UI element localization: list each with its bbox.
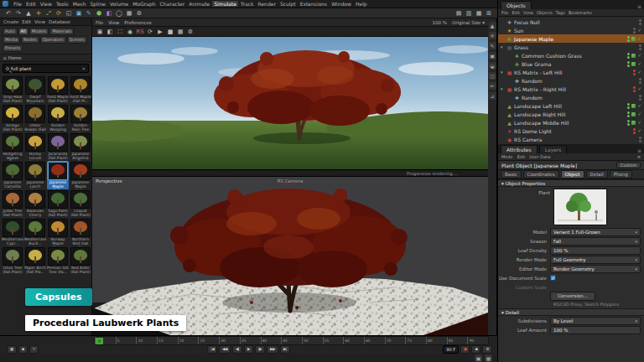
timeline-ruler[interactable]: 0 051015202530354045505560657075808590 [94, 336, 489, 345]
stop-ipr-icon[interactable]: ■ [165, 28, 175, 36]
play-ipr-icon[interactable]: ▶ [155, 28, 165, 36]
visibility-dots[interactable] [633, 128, 636, 134]
dropdown-field[interactable]: Fall▾ [550, 237, 641, 246]
object-row[interactable]: ▾▦RS Matrix - Right Hill✓ [498, 85, 644, 93]
attr-menu-icon[interactable]: ≡ [637, 154, 641, 159]
objects-menu-edit[interactable]: Edit [512, 10, 520, 15]
menu-help[interactable]: Help [354, 1, 369, 7]
undo-icon[interactable]: ↶ [3, 9, 13, 18]
search-input[interactable]: full plant ✕ [3, 64, 89, 73]
material-tag[interactable] [631, 62, 636, 66]
asset-item[interactable]: Dwarf Mountain Pine... [24, 76, 46, 104]
number-field[interactable]: 100 % [550, 246, 641, 255]
mograph-icon[interactable]: ⬢ [94, 9, 104, 18]
goto-start-button[interactable]: |◀ [207, 345, 217, 354]
checkbox[interactable]: ✓ [550, 275, 556, 281]
asset-item[interactable]: Honey Locust 'Sunb... [24, 133, 46, 161]
simulation-icon[interactable]: ◯ [114, 9, 124, 18]
attr-mode-user-data[interactable]: User Data [529, 154, 550, 159]
attr-tab-detail[interactable]: Detail [586, 170, 608, 178]
end-frame-field[interactable]: 90 F [443, 345, 459, 354]
cube-icon[interactable]: ▣ [74, 9, 84, 18]
dropdown-field[interactable]: By Level▾ [550, 317, 641, 325]
plant-preview-thumbnail[interactable] [553, 189, 607, 225]
asset-item[interactable]: Japanese Maple (Fall... [70, 162, 91, 189]
render-settings-icon[interactable]: ⚙ [134, 9, 144, 18]
menu-volume[interactable]: Volume [108, 1, 130, 7]
menu-render[interactable]: Render [257, 1, 278, 7]
filter-materials[interactable]: Materials [49, 28, 74, 35]
ab-menu-create[interactable]: Create [3, 19, 18, 24]
coord-icon[interactable]: ◱ [64, 9, 74, 18]
menu-window[interactable]: Window [330, 1, 353, 7]
menu-file[interactable]: File [12, 1, 23, 7]
magnet-tool-icon[interactable]: ◒ [489, 62, 496, 70]
rotate-icon[interactable]: ⟳ [54, 9, 64, 18]
measure-tool-icon[interactable]: ⊿ [489, 92, 496, 100]
timeline-mode-icon[interactable]: ▦ [7, 345, 17, 354]
prev-key-button[interactable]: ◀◀ [219, 345, 231, 354]
visibility-dots[interactable] [627, 120, 630, 126]
objects-menu-file[interactable]: File [501, 10, 508, 15]
asset-item[interactable]: Mediterranean Buck... [24, 219, 46, 246]
tab-objects[interactable]: Objects [501, 1, 532, 9]
asset-item[interactable]: Northern Red Oak (F... [70, 219, 91, 246]
asset-item[interactable]: Field Maple (Fall Pl... [70, 76, 91, 104]
attr-tab-basic[interactable]: Basic [501, 170, 522, 178]
object-row[interactable]: ✛Focus Null [498, 18, 644, 26]
visibility-dots[interactable] [639, 78, 641, 84]
layout-1-icon[interactable]: ▤ [454, 9, 464, 18]
render-menu-file[interactable]: File [96, 20, 103, 25]
asset-item[interactable]: Field Maple (Fall Plant) [47, 76, 69, 104]
dropdown-field[interactable]: Render Geometry▾ [550, 265, 641, 273]
asset-item[interactable]: Judas Tree (Fall Plant) [2, 190, 23, 218]
keyframe-settings-icon[interactable]: ⚙ [482, 345, 492, 354]
asset-item[interactable]: Golden Weeping Wil... [47, 105, 69, 132]
visibility-dots[interactable] [627, 36, 630, 42]
enabled-check[interactable]: ✓ [637, 61, 641, 66]
attr-tab-coordinates[interactable]: Coordinates [523, 170, 559, 178]
asset-item[interactable]: Golden Rain Tree (F... [70, 105, 91, 132]
object-row[interactable]: ◉RS Camera [498, 135, 644, 143]
menu-spline[interactable]: Spline [89, 1, 107, 7]
attr-tab-phong[interactable]: Phong [610, 170, 632, 178]
scale-icon[interactable]: ⤢ [44, 9, 54, 18]
filter-media[interactable]: Media [3, 36, 20, 44]
enabled-check[interactable]: ✓ [637, 36, 641, 41]
material-tag[interactable] [631, 54, 636, 58]
autokey-icon[interactable]: ◆ [471, 345, 480, 354]
select-icon[interactable]: ▲ [23, 9, 34, 18]
asset-item[interactable]: Japanese Angelica (F... [70, 133, 91, 161]
object-row[interactable]: ♣Common Cushion Grass✓ [498, 51, 644, 59]
cube-tool-icon[interactable]: ▣ [489, 52, 496, 59]
ab-menu-database[interactable]: Database [49, 19, 70, 24]
material-tag[interactable] [631, 104, 636, 108]
menu-simulate[interactable]: Simulate [212, 1, 238, 7]
visibility-dots[interactable] [627, 103, 630, 109]
next-frame-button[interactable]: |▶ [255, 345, 265, 354]
custom-button[interactable]: Custom [616, 162, 641, 168]
objects-menu-tags[interactable]: Tags [556, 10, 565, 15]
asset-item[interactable]: Ulster Rowan (Fall P... [24, 105, 46, 132]
dropdown-field[interactable]: Variant 1 Full-Grown▾ [550, 228, 641, 236]
attr-mode-mode[interactable]: Mode [501, 154, 513, 159]
asset-item[interactable]: Mediterranean Cypr... [2, 219, 23, 246]
next-key-button[interactable]: ▶▶ [267, 345, 278, 354]
object-row[interactable]: ☀Sun✓ [498, 26, 644, 34]
app-logo-icon[interactable] [3, 1, 8, 7]
redo-icon[interactable]: ↷ [13, 9, 23, 18]
asset-item[interactable]: Gray-Haw (Fall Plant) [2, 76, 23, 104]
object-row[interactable]: ☀RS Dome Light✓ [498, 127, 644, 135]
menu-track[interactable]: Track [239, 1, 256, 7]
object-row[interactable]: ✚Random [498, 93, 644, 101]
visibility-dots[interactable] [627, 111, 630, 117]
menu-animate[interactable]: Animate [187, 1, 211, 7]
select-tool-icon[interactable]: ▲ [489, 22, 496, 29]
lock-view-icon[interactable]: ◉ [125, 28, 135, 36]
asset-item[interactable]: Loquat (Fall Plant) [70, 190, 91, 218]
attr-tab-object[interactable]: Object [561, 170, 584, 178]
menu-character[interactable]: Character [158, 1, 187, 7]
section-object-properties[interactable]: ▾ Object Properties [498, 179, 644, 187]
asset-item[interactable]: Paper Birch (Fall Pla... [24, 247, 46, 275]
visibility-dots[interactable] [627, 53, 630, 59]
